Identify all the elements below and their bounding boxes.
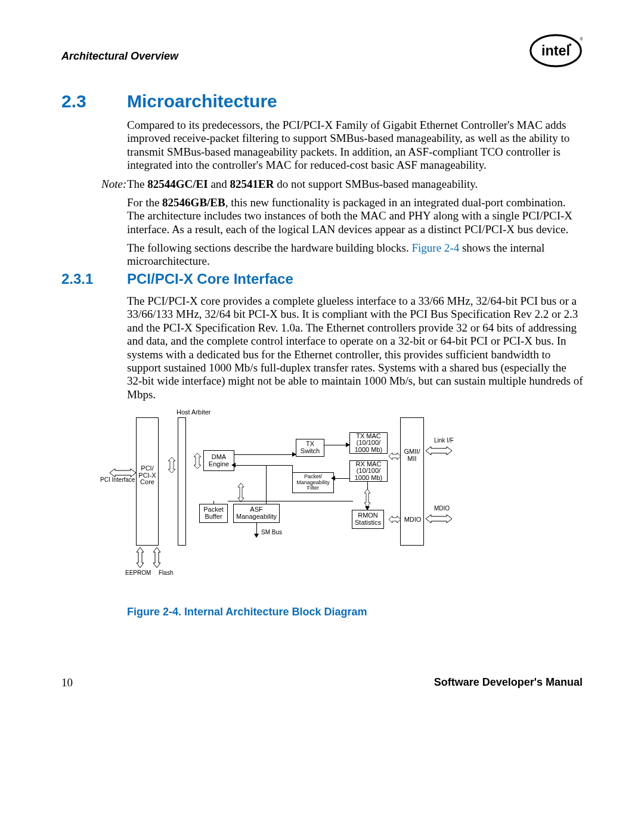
p3-pre: The following sections describe the hard… [127, 241, 412, 254]
section-num-2-3: 2.3 [61, 91, 86, 112]
fat-arrow-link [426, 446, 452, 456]
figure-link[interactable]: Figure 2-4 [412, 241, 460, 254]
svg-marker-6 [194, 453, 201, 469]
para-2: For the 82546GB/EB, this new functionali… [127, 196, 583, 236]
diagram-phy-block [400, 417, 424, 546]
section-num-2-3-1: 2.3.1 [61, 271, 93, 287]
arrow-arbiter-dma [187, 453, 203, 469]
svg-marker-11 [389, 453, 401, 460]
svg-marker-10 [153, 547, 160, 568]
diagram-rmon: RMONStatistics [352, 510, 384, 529]
arrow-pci-to-arbiter [161, 457, 177, 473]
fat-arrow-gmii [389, 452, 401, 460]
note-text: The 82544GC/EI and 82541ER do not suppor… [127, 178, 583, 191]
section-title-2-3-1: PCI/PCI-X Core Interface [127, 271, 293, 287]
diagram-host-arbiter-block [178, 417, 186, 546]
section-title-2-3: Microarchitecture [127, 91, 277, 112]
p2-pre: For the [127, 196, 162, 209]
para-1: Compared to its predecessors, the PCI/PC… [127, 119, 583, 172]
diagram-dma-engine: DMAEngine [203, 450, 234, 471]
diagram-gmii-label: GMII/MII [402, 448, 422, 462]
svg-marker-8 [426, 515, 452, 523]
svg-text:®: ® [580, 36, 583, 42]
svg-marker-12 [389, 516, 401, 523]
svg-marker-13 [238, 483, 244, 502]
figure-caption: Figure 2-4. Internal Architecture Block … [127, 606, 367, 618]
arrow-eeprom [135, 547, 145, 568]
diagram-pci-core-label: PCI/PCI-XCore [137, 465, 157, 486]
note-mid: and [208, 178, 230, 190]
block-diagram: PCI/PCI-XCore PCI Interface Host Arbiter… [105, 405, 487, 584]
fat-arrow-mdio [426, 514, 452, 524]
page-number: 10 [61, 676, 73, 689]
note-b1: 82544GC/EI [147, 178, 208, 190]
note-label: Note: [101, 178, 126, 191]
para-4: The PCI/PCI-X core provides a complete g… [127, 295, 583, 401]
footer-manual-title: Software Developer's Manual [434, 676, 583, 689]
fat-arrow-pci [110, 468, 136, 478]
diagram-host-arbiter-label: Host Arbiter [177, 409, 210, 416]
diagram-mdio2-label: MDIO [434, 506, 450, 512]
diagram-mdio-label: MDIO [403, 516, 422, 524]
arrow-flash [151, 547, 162, 568]
svg-marker-14 [364, 489, 370, 507]
svg-marker-9 [137, 547, 144, 568]
diagram-asf: ASFManageability [233, 504, 280, 523]
p2-bold: 82546GB/EB [162, 196, 225, 209]
para-3: The following sections describe the hard… [127, 241, 583, 268]
arrow-pb [236, 483, 246, 502]
diagram-pci-if-label: PCI Interface [100, 477, 136, 484]
page-header-title: Architectural Overview [61, 50, 178, 63]
svg-text:intel: intel [541, 43, 570, 58]
diagram-smbus-label: SM Bus [261, 529, 282, 536]
note-pre: The [127, 178, 147, 190]
note-post: do not support SMBus-based manageability… [274, 178, 478, 190]
svg-point-2 [569, 44, 571, 46]
diagram-rx-mac: RX MAC(10/100/1000 Mb) [349, 460, 388, 482]
diagram-tx-mac: TX MAC(10/100/1000 Mb) [349, 432, 388, 454]
diagram-linkif-label: Link I/F [434, 438, 454, 444]
intel-logo-icon: intel ® [529, 33, 583, 69]
svg-marker-7 [426, 447, 452, 455]
svg-marker-5 [168, 457, 175, 473]
svg-marker-4 [110, 469, 136, 477]
diagram-eeprom-label: EEPROM [125, 570, 151, 577]
diagram-flash-label: Flash [159, 570, 173, 577]
diagram-packet-buffer: PacketBuffer [199, 504, 228, 523]
diagram-tx-switch: TXSwitch [296, 439, 324, 457]
diagram-pkt-filter: Packet/ManageabilityFilter [292, 472, 334, 493]
fat-arrow-mdio-in [389, 515, 401, 524]
note-b2: 82541ER [230, 178, 274, 190]
arrow-rmon [363, 489, 372, 507]
